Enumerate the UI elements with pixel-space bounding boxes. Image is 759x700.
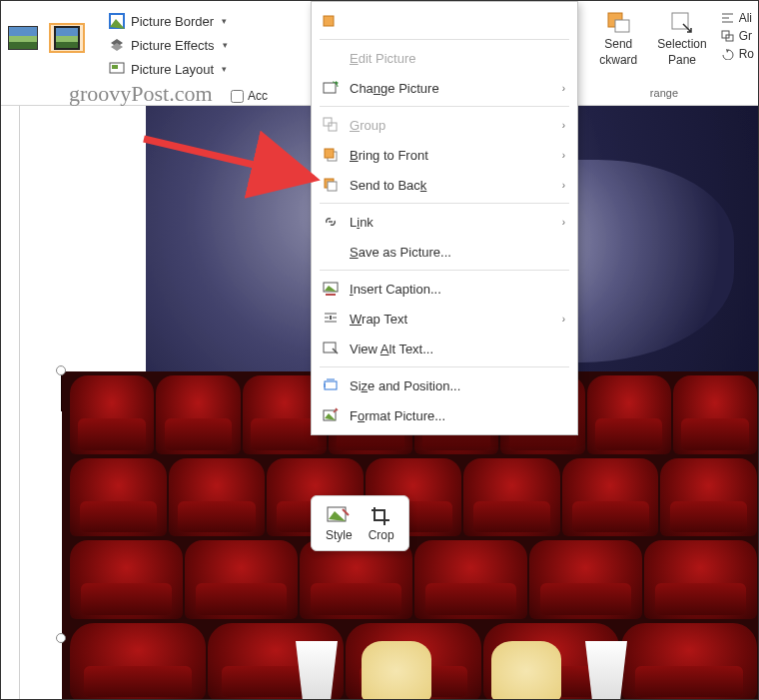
- style-icon: [326, 504, 352, 526]
- svg-rect-4: [615, 20, 629, 32]
- send-backward-label1: Send: [604, 37, 632, 51]
- watermark-text: groovyPost.com: [69, 81, 213, 107]
- menu-edit-picture: EEdit Picturedit Picture: [312, 43, 577, 73]
- mini-style-button[interactable]: Style: [322, 502, 357, 544]
- svg-rect-17: [326, 294, 336, 296]
- link-icon: [322, 213, 340, 231]
- send-back-icon: [322, 176, 340, 194]
- picture-layout-button[interactable]: Picture Layout ▾: [105, 59, 232, 79]
- mini-crop-label: Crop: [369, 528, 394, 542]
- svg-rect-11: [329, 123, 337, 131]
- chevron-down-icon: ▾: [222, 16, 227, 26]
- picture-mini-toolbar: Style Crop: [311, 495, 409, 551]
- picture-style-options: Picture Border ▾ Picture Effects ▾ Pictu…: [105, 5, 232, 79]
- selection-pane-label2: Pane: [668, 53, 696, 67]
- menu-separator: [320, 270, 569, 271]
- chevron-right-icon: ›: [562, 180, 565, 191]
- arrange-group-label: range: [650, 87, 678, 99]
- menu-change-picture[interactable]: Change Picture ›: [312, 73, 577, 103]
- picture-layout-icon: [109, 61, 125, 77]
- menu-bring-to-front-label: Bring to Front: [350, 148, 428, 163]
- group-button[interactable]: Gr: [721, 29, 754, 43]
- menu-size-position[interactable]: Size and Position...: [312, 370, 577, 400]
- crop-icon: [369, 504, 394, 526]
- send-backward-icon: [604, 9, 632, 35]
- menu-separator: [320, 39, 569, 40]
- menu-separator: [320, 203, 569, 204]
- format-picture-icon: [322, 406, 340, 424]
- svg-rect-15: [328, 182, 337, 191]
- picture-layout-label: Picture Layout: [131, 62, 214, 77]
- send-backward-button[interactable]: Send ckward: [593, 5, 643, 71]
- wrap-text-icon: [322, 310, 340, 328]
- svg-rect-18: [330, 316, 332, 320]
- menu-group: Group ›: [312, 110, 577, 140]
- svg-rect-19: [324, 343, 336, 352]
- chevron-right-icon: ›: [562, 120, 565, 131]
- picture-effects-icon: [109, 37, 125, 53]
- size-position-icon: [322, 376, 340, 394]
- picture-context-menu: EEdit Picturedit Picture Change Picture …: [311, 1, 578, 435]
- group-icon: [322, 116, 340, 134]
- menu-insert-caption[interactable]: Insert Caption...: [312, 274, 577, 304]
- menu-send-to-back[interactable]: Send to Back ›: [312, 170, 577, 200]
- bring-front-icon: [322, 146, 340, 164]
- selection-handle-tl[interactable]: [56, 365, 66, 375]
- caption-icon: [322, 280, 340, 298]
- picture-style-gallery[interactable]: [5, 5, 85, 53]
- menu-separator: [320, 366, 569, 367]
- send-backward-label2: ckward: [599, 53, 637, 67]
- menu-bring-to-front[interactable]: Bring to Front ›: [312, 140, 577, 170]
- chevron-right-icon: ›: [562, 150, 565, 161]
- svg-rect-13: [325, 149, 334, 158]
- style-thumb-1[interactable]: [5, 23, 41, 53]
- svg-rect-20: [325, 381, 337, 389]
- chevron-right-icon: ›: [562, 83, 565, 94]
- chevron-down-icon: ▾: [223, 40, 228, 50]
- svg-rect-10: [324, 118, 332, 126]
- ruler-edge: [19, 106, 20, 699]
- svg-rect-8: [324, 16, 334, 26]
- svg-rect-2: [112, 65, 118, 69]
- snack-popcorn-2: [491, 641, 561, 700]
- rotate-button[interactable]: Ro: [721, 47, 754, 61]
- selection-pane-icon: [668, 9, 696, 35]
- accessibility-checkbox[interactable]: [231, 90, 244, 103]
- chevron-right-icon: ›: [562, 217, 565, 228]
- selection-pane-button[interactable]: Selection Pane: [651, 5, 712, 71]
- mini-crop-button[interactable]: Crop: [365, 502, 398, 544]
- svg-rect-9: [324, 83, 336, 93]
- style-thumb-2-selected[interactable]: [49, 23, 85, 53]
- selection-handle-ml[interactable]: [56, 633, 66, 643]
- accessibility-label: Acc: [248, 89, 268, 103]
- menu-top-disabled: [312, 6, 577, 36]
- menu-view-alt-text[interactable]: View Alt Text...: [312, 334, 577, 363]
- alt-text-icon: [322, 340, 340, 357]
- picture-effects-button[interactable]: Picture Effects ▾: [105, 35, 232, 55]
- chevron-down-icon: ▾: [222, 64, 227, 74]
- picture-effects-label: Picture Effects: [131, 38, 215, 53]
- menu-separator: [320, 106, 569, 107]
- arrange-mini-group: Ali Gr Ro: [721, 5, 754, 71]
- menu-save-as-picture[interactable]: Save as Picture...: [312, 237, 577, 267]
- mini-style-label: Style: [326, 528, 353, 542]
- snack-popcorn-1: [362, 641, 431, 700]
- square-icon: [322, 12, 340, 30]
- menu-format-picture[interactable]: Format Picture...: [312, 400, 577, 430]
- change-picture-icon: [322, 79, 340, 97]
- accessibility-check[interactable]: Acc: [231, 89, 268, 103]
- picture-border-label: Picture Border: [131, 14, 214, 29]
- ribbon-arrange-group: Send ckward Selection Pane Ali Gr Ro: [593, 5, 758, 71]
- selection-pane-label1: Selection: [657, 37, 706, 51]
- menu-link[interactable]: Link ›: [312, 207, 577, 237]
- align-button[interactable]: Ali: [721, 11, 754, 25]
- picture-border-icon: [109, 13, 125, 29]
- chevron-right-icon: ›: [562, 314, 565, 325]
- picture-border-button[interactable]: Picture Border ▾: [105, 11, 232, 31]
- menu-wrap-text[interactable]: Wrap Text ›: [312, 304, 577, 334]
